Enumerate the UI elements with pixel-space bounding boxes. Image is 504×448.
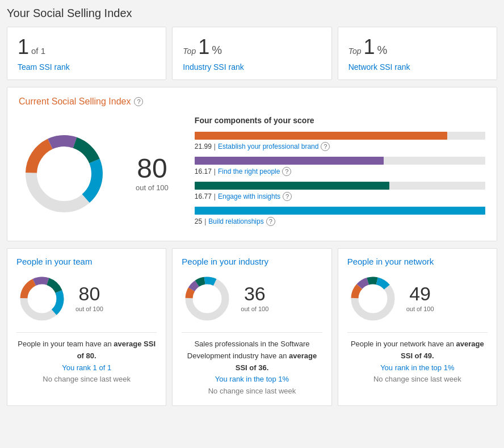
- network-top-label: Top: [348, 47, 362, 56]
- team-mini-ssi: 80 out of 100: [16, 273, 157, 324]
- ssi-content: 80 out of 100 Four components of your sc…: [19, 116, 485, 232]
- team-change: No change since last week: [43, 375, 131, 383]
- network-avg-bold: average SSI of 49.: [401, 340, 484, 360]
- network-mini-ssi: 49 out of 100: [347, 273, 488, 324]
- team-divider: [16, 332, 157, 333]
- team-footer: People in your team have an average SSI …: [16, 338, 157, 386]
- comp-help-4[interactable]: ?: [266, 217, 275, 226]
- network-rank-card: Top 1 % Network SSI rank: [338, 27, 497, 80]
- team-score-value: 80: [75, 284, 103, 303]
- bar-fill-2: [195, 157, 384, 165]
- main-ssi-card: Current Social Selling Index ?: [7, 87, 497, 241]
- bar-score-3: 16.77: [195, 192, 212, 200]
- ssi-score-value: 80: [136, 155, 169, 182]
- industry-rank-value: 1: [198, 35, 209, 59]
- bar-label-4: 25 | Build relationships ?: [195, 217, 485, 226]
- bar-score-2: 16.17: [195, 168, 212, 175]
- bar-fill-4: [195, 207, 485, 215]
- network-pct-sign: %: [377, 44, 388, 57]
- ssi-score-display: 80 out of 100: [136, 155, 169, 192]
- industry-change: No change since last week: [208, 387, 296, 395]
- ssi-help-icon[interactable]: ?: [134, 97, 143, 106]
- comp-help-2[interactable]: ?: [282, 167, 291, 176]
- comp-name-3[interactable]: Engage with insights: [218, 192, 280, 200]
- network-change: No change since last week: [373, 375, 461, 383]
- industry-avg-bold: average SSI of 36.: [236, 351, 317, 372]
- industry-rank-label[interactable]: Industry SSI rank: [183, 62, 321, 72]
- people-network-card: People in your network 49 out of 100 Peo…: [338, 248, 497, 406]
- network-footer: People in your network have an average S…: [347, 338, 488, 386]
- team-rank-card: 1 of 1 Team SSI rank: [7, 27, 166, 80]
- bar-score-1: 21.99: [195, 143, 212, 150]
- components-title: Four components of your score: [195, 116, 485, 125]
- bar-track-3: [195, 182, 485, 190]
- comp-help-3[interactable]: ?: [283, 192, 292, 201]
- industry-rank-link[interactable]: You rank in the top 1%: [215, 375, 289, 383]
- bar-fill-3: [195, 182, 389, 190]
- people-industry-title: People in your industry: [182, 257, 322, 266]
- bar-label-3: 16.77 | Engage with insights ?: [195, 192, 485, 201]
- industry-score-sub: out of 100: [241, 305, 268, 312]
- component-bar-4: 25 | Build relationships ?: [195, 207, 485, 226]
- ssi-components: Four components of your score 21.99 | Es…: [195, 116, 485, 232]
- team-rank-denominator: of 1: [31, 46, 45, 56]
- bottom-people-cards: People in your team 80 out of 100 People…: [7, 248, 497, 406]
- industry-mini-ssi: 36 out of 100: [182, 273, 322, 324]
- top-rank-cards: 1 of 1 Team SSI rank Top 1 % Industry SS…: [7, 27, 497, 80]
- ssi-donut-svg: [19, 128, 110, 219]
- team-rank-numerator: 1: [18, 35, 29, 59]
- team-mini-donut: [16, 273, 68, 324]
- team-mini-score: 80 out of 100: [75, 284, 103, 313]
- network-score-value: 49: [406, 284, 434, 303]
- industry-footer: Sales professionals in the Software Deve…: [182, 338, 322, 397]
- comp-name-4[interactable]: Build relationships: [208, 217, 263, 225]
- bar-track-1: [195, 132, 485, 140]
- network-divider: [347, 332, 488, 333]
- comp-name-2[interactable]: Find the right people: [218, 168, 280, 175]
- industry-score-value: 36: [241, 284, 268, 303]
- industry-divider: [182, 332, 322, 333]
- industry-rank-card: Top 1 % Industry SSI rank: [172, 27, 331, 80]
- comp-name-1[interactable]: Establish your professional brand: [218, 143, 318, 150]
- component-bar-3: 16.77 | Engage with insights ?: [195, 182, 485, 201]
- network-rank-number-row: Top 1 %: [348, 35, 486, 59]
- people-team-title: People in your team: [16, 257, 157, 266]
- industry-mini-donut: [182, 273, 233, 324]
- network-score-sub: out of 100: [406, 305, 434, 312]
- component-bar-2: 16.17 | Find the right people ?: [195, 157, 485, 176]
- bar-fill-1: [195, 132, 448, 140]
- people-team-card: People in your team 80 out of 100 People…: [7, 248, 166, 406]
- team-avg-bold: average SSI of 80.: [77, 340, 156, 360]
- network-mini-donut: [347, 273, 398, 324]
- network-rank-label[interactable]: Network SSI rank: [348, 62, 486, 72]
- people-network-title: People in your network: [347, 257, 488, 266]
- team-rank-link[interactable]: You rank 1 of 1: [62, 363, 111, 372]
- network-rank-value: 1: [364, 35, 375, 59]
- industry-mini-score: 36 out of 100: [241, 284, 268, 313]
- comp-help-1[interactable]: ?: [321, 142, 330, 151]
- ssi-donut-chart: [19, 128, 110, 219]
- bar-score-4: 25: [195, 217, 202, 225]
- bar-label-2: 16.17 | Find the right people ?: [195, 167, 485, 176]
- team-rank-label[interactable]: Team SSI rank: [18, 62, 156, 72]
- network-rank-link[interactable]: You rank in the top 1%: [380, 363, 454, 372]
- bar-track-4: [195, 207, 485, 215]
- ssi-section-title: Current Social Selling Index ?: [19, 97, 485, 107]
- industry-rank-number-row: Top 1 %: [183, 35, 321, 59]
- network-mini-score: 49 out of 100: [406, 284, 434, 313]
- page-title: Your Social Selling Index: [7, 7, 497, 20]
- team-score-sub: out of 100: [75, 305, 103, 312]
- bar-track-2: [195, 157, 485, 165]
- people-industry-card: People in your industry 36 out of 100 Sa…: [172, 248, 331, 406]
- industry-pct-sign: %: [212, 44, 222, 57]
- bar-label-1: 21.99 | Establish your professional bran…: [195, 142, 485, 151]
- component-bar-1: 21.99 | Establish your professional bran…: [195, 132, 485, 151]
- team-rank-number-row: 1 of 1: [18, 35, 156, 59]
- industry-top-label: Top: [183, 47, 196, 56]
- ssi-out-of: out of 100: [136, 183, 169, 192]
